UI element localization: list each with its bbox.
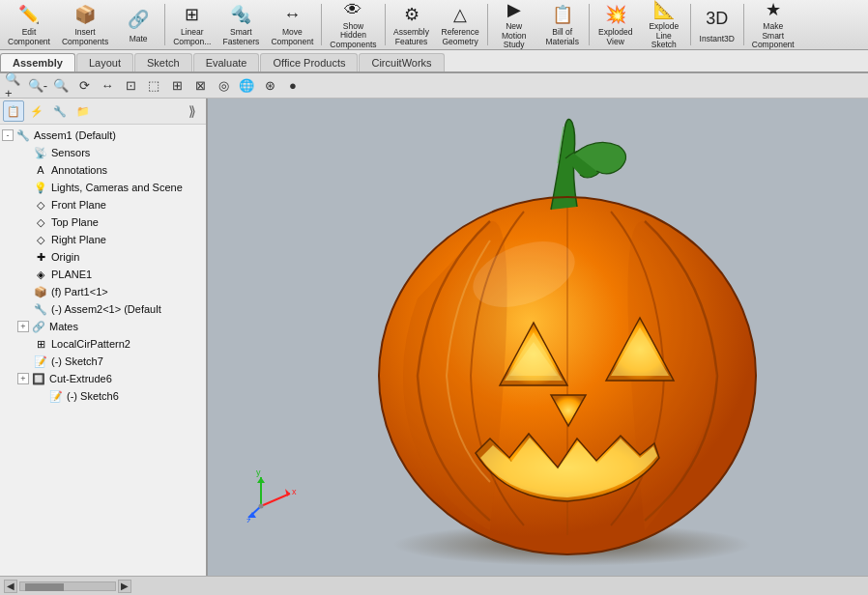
sec-toolbar-btn-7[interactable]: ⊞ — [166, 75, 188, 97]
tab-evaluate[interactable]: Evaluate — [193, 53, 260, 71]
new-motion-study-label: NewMotionStudy — [502, 22, 527, 49]
svg-text:x: x — [292, 487, 297, 496]
sec-toolbar-btn-0[interactable]: 🔍+ — [4, 75, 25, 97]
sec-toolbar-btn-8[interactable]: ⊠ — [189, 75, 211, 97]
tree-item-sketch7[interactable]: 📝(-) Sketch7 — [0, 353, 206, 370]
assembly-features-label: AssemblyFeatures — [393, 28, 429, 46]
toolbar-btn-bill-of-materials[interactable]: 📋Bill ofMaterials — [538, 0, 587, 49]
tab-layout[interactable]: Layout — [76, 53, 133, 71]
tree-item-front-plane[interactable]: ◇Front Plane — [0, 196, 206, 213]
tree-item-assem2[interactable]: 🔧(-) Assem2<1> (Default — [0, 300, 206, 318]
svg-marker-16 — [257, 477, 265, 483]
bill-of-materials-label: Bill ofMaterials — [546, 28, 579, 46]
toolbar-btn-linear-component[interactable]: ⊞LinearCompon... — [167, 0, 217, 49]
pumpkin-model — [266, 118, 858, 556]
linear-component-label: LinearCompon... — [173, 28, 211, 46]
scroll-left-btn[interactable]: ◀ — [4, 580, 17, 593]
svg-text:y: y — [256, 469, 261, 477]
tree-label-annotations: Annotations — [51, 164, 107, 176]
toolbar-btn-instant3d[interactable]: 3DInstant3D — [693, 0, 741, 49]
sec-toolbar-btn-1[interactable]: 🔍- — [27, 75, 48, 97]
toolbar-btn-insert-components[interactable]: 📦InsertComponents — [56, 0, 114, 49]
tree-item-top-plane[interactable]: ◇Top Plane — [0, 213, 206, 231]
tree-item-part1[interactable]: 📦(f) Part1<1> — [0, 283, 206, 300]
tree-expand-mates[interactable]: + — [17, 321, 29, 332]
toolbar-separator — [589, 4, 590, 45]
sec-toolbar-btn-2[interactable]: 🔍 — [50, 75, 72, 97]
main-toolbar: ✏️EditComponent📦InsertComponents🔗Mate⊞Li… — [0, 0, 868, 50]
sec-toolbar-btn-5[interactable]: ⊡ — [120, 75, 141, 97]
tree-label-plane1: PLANE1 — [51, 269, 92, 280]
bill-of-materials-icon: 📋 — [549, 3, 576, 26]
sec-toolbar-btn-11[interactable]: ⊛ — [259, 75, 280, 97]
tree-label-origin: Origin — [51, 251, 79, 263]
tree-label-assem2: (-) Assem2<1> (Default — [51, 303, 161, 315]
tree-item-cut-extrude6[interactable]: +🔲Cut-Extrude6 — [0, 370, 206, 387]
toolbar-btn-smart-fasteners[interactable]: 🔩SmartFasteners — [217, 0, 265, 49]
toolbar-separator — [385, 4, 386, 45]
tab-assembly[interactable]: Assembly — [0, 53, 75, 71]
tree-icon-lights: 💡 — [33, 180, 48, 195]
sidebar-icon-1[interactable]: ⚡ — [26, 100, 47, 122]
tree-icon-top-plane: ◇ — [33, 214, 48, 230]
tree-item-assem1[interactable]: -🔧Assem1 (Default) — [0, 127, 206, 144]
tree-icon-sensors: 📡 — [33, 145, 48, 160]
tree-label-lights: Lights, Cameras and Scene — [51, 182, 183, 193]
axis-indicator: x y z — [246, 469, 295, 518]
toolbar-btn-show-hidden-components[interactable]: 👁ShowHiddenComponents — [324, 0, 382, 49]
toolbar-btn-exploded-view[interactable]: 💥ExplodedView — [592, 0, 640, 49]
mate-icon: 🔗 — [125, 6, 152, 33]
toolbar-btn-assembly-features[interactable]: ⚙AssemblyFeatures — [388, 0, 436, 49]
tree-item-origin[interactable]: ✚Origin — [0, 248, 206, 266]
tab-sketch[interactable]: Sketch — [134, 53, 192, 71]
sec-toolbar-btn-9[interactable]: ◎ — [213, 75, 234, 97]
tree-item-right-plane[interactable]: ◇Right Plane — [0, 231, 206, 248]
toolbar-btn-explode-line-sketch[interactable]: 📐ExplodeLineSketch — [640, 0, 688, 49]
tree-icon-sketch7: 📝 — [33, 354, 48, 369]
sidebar-expand-btn[interactable]: ⟫ — [182, 100, 203, 122]
tree-label-mates: Mates — [49, 321, 78, 332]
tree-icon-mates: 🔗 — [31, 319, 46, 334]
sidebar-icon-bar: 📋⚡🔧📁⟫ — [0, 99, 206, 125]
toolbar-separator — [487, 4, 488, 45]
tree-item-mates[interactable]: +🔗Mates — [0, 318, 206, 335]
tree-item-localcir[interactable]: ⊞LocalCirPattern2 — [0, 335, 206, 353]
toolbar-btn-move-component[interactable]: ↔MoveComponent — [265, 0, 319, 49]
tab-office-products[interactable]: Office Products — [260, 53, 358, 71]
tree-icon-front-plane: ◇ — [33, 197, 48, 212]
tree-expand-cut-extrude6[interactable]: + — [17, 373, 29, 384]
sidebar-icon-0[interactable]: 📋 — [3, 100, 24, 122]
explode-line-sketch-icon: 📐 — [651, 0, 678, 20]
tree-item-annotations[interactable]: AAnnotations — [0, 161, 206, 179]
tree-label-sketch7: (-) Sketch7 — [51, 355, 103, 367]
sec-toolbar-btn-12[interactable]: ● — [282, 75, 304, 97]
toolbar-btn-edit-component[interactable]: ✏️EditComponent — [2, 0, 56, 49]
toolbar-btn-mate[interactable]: 🔗Mate — [114, 0, 162, 49]
sec-toolbar-btn-4[interactable]: ↔ — [97, 75, 118, 97]
tree-item-plane1[interactable]: ◈PLANE1 — [0, 266, 206, 283]
sidebar-icon-3[interactable]: 📁 — [72, 100, 94, 122]
sec-toolbar-btn-3[interactable]: ⟳ — [73, 75, 95, 97]
tree-item-lights[interactable]: 💡Lights, Cameras and Scene — [0, 179, 206, 196]
toolbar-separator — [164, 4, 165, 45]
tab-circuitworks[interactable]: CircuitWorks — [359, 53, 444, 71]
tree-expand-assem1[interactable]: - — [2, 129, 14, 141]
new-motion-study-icon: ▶ — [501, 0, 528, 20]
scroll-right-btn[interactable]: ▶ — [118, 580, 131, 593]
insert-components-label: InsertComponents — [62, 28, 108, 46]
sidebar-icon-2[interactable]: 🔧 — [49, 100, 71, 122]
tree-item-sensors[interactable]: 📡Sensors — [0, 144, 206, 161]
instant3d-icon: 3D — [704, 6, 731, 33]
sec-toolbar-btn-6[interactable]: ⬚ — [143, 75, 164, 97]
sec-toolbar-btn-10[interactable]: 🌐 — [236, 75, 257, 97]
explode-line-sketch-label: ExplodeLineSketch — [649, 22, 679, 49]
toolbar-separator — [743, 4, 744, 45]
toolbar-btn-new-motion-study[interactable]: ▶NewMotionStudy — [490, 0, 538, 49]
toolbar-btn-reference-geometry[interactable]: △ReferenceGeometry — [436, 0, 485, 49]
3d-viewport[interactable]: x y z — [208, 99, 868, 576]
toolbar-btn-make-smart-component[interactable]: ★MakeSmartComponent — [746, 0, 800, 49]
status-bar: ◀ ▶ — [0, 576, 868, 595]
tree-item-sketch6[interactable]: 📝(-) Sketch6 — [0, 387, 206, 405]
tree-icon-annotations: A — [33, 162, 48, 178]
tree-icon-part1: 📦 — [33, 284, 48, 299]
